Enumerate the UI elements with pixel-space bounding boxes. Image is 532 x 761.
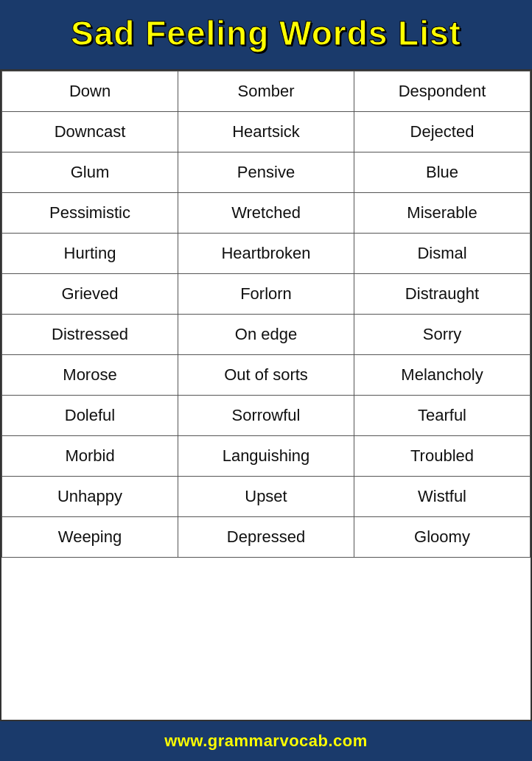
table-row: DistressedOn edgeSorry	[2, 315, 531, 355]
table-cell: Dejected	[354, 112, 531, 152]
table-cell: Unhappy	[2, 477, 178, 517]
table-cell: Morbid	[2, 436, 178, 477]
table-cell: Distraught	[354, 274, 531, 315]
page-title: Sad Feeling Words List	[71, 13, 461, 53]
table-cell: Pensive	[178, 152, 354, 193]
table-cell: Weeping	[2, 517, 178, 558]
table-row: DowncastHeartsickDejected	[2, 112, 531, 152]
footer: www.grammarvocab.com	[0, 721, 532, 761]
table-row: GrievedForlornDistraught	[2, 274, 531, 315]
table-row: UnhappyUpsetWistful	[2, 477, 531, 517]
table-cell: Morose	[2, 355, 178, 396]
table-cell: Depressed	[178, 517, 354, 558]
page-wrapper: Sad Feeling Words List DownSomberDespond…	[0, 0, 532, 761]
table-row: MorbidLanguishingTroubled	[2, 436, 531, 477]
table-cell: Despondent	[354, 71, 531, 112]
table-row: MoroseOut of sortsMelancholy	[2, 355, 531, 396]
footer-url: www.grammarvocab.com	[164, 732, 368, 751]
table-cell: Wretched	[178, 193, 354, 234]
table-cell: Down	[2, 71, 178, 112]
table-cell: Tearful	[354, 396, 531, 436]
table-cell: Dismal	[354, 234, 531, 274]
table-cell: Heartsick	[178, 112, 354, 152]
table-cell: Distressed	[2, 315, 178, 355]
table-row: PessimisticWretchedMiserable	[2, 193, 531, 234]
table-row: WeepingDepressedGloomy	[2, 517, 531, 558]
table-cell: Somber	[178, 71, 354, 112]
table-cell: Sorrowful	[178, 396, 354, 436]
header: Sad Feeling Words List	[0, 0, 532, 69]
table-cell: Grieved	[2, 274, 178, 315]
table-row: GlumPensiveBlue	[2, 152, 531, 193]
table-cell: Blue	[354, 152, 531, 193]
table-cell: On edge	[178, 315, 354, 355]
content-area: DownSomberDespondentDowncastHeartsickDej…	[0, 69, 532, 721]
table-cell: Languishing	[178, 436, 354, 477]
table-cell: Sorry	[354, 315, 531, 355]
table-row: DolefulSorrowfulTearful	[2, 396, 531, 436]
table-cell: Forlorn	[178, 274, 354, 315]
table-cell: Doleful	[2, 396, 178, 436]
words-table: DownSomberDespondentDowncastHeartsickDej…	[1, 71, 531, 558]
table-cell: Gloomy	[354, 517, 531, 558]
table-cell: Hurting	[2, 234, 178, 274]
table-cell: Miserable	[354, 193, 531, 234]
table-cell: Melancholy	[354, 355, 531, 396]
table-cell: Glum	[2, 152, 178, 193]
table-cell: Upset	[178, 477, 354, 517]
table-cell: Troubled	[354, 436, 531, 477]
table-cell: Pessimistic	[2, 193, 178, 234]
table-row: DownSomberDespondent	[2, 71, 531, 112]
table-row: HurtingHeartbrokenDismal	[2, 234, 531, 274]
table-cell: Heartbroken	[178, 234, 354, 274]
table-cell: Downcast	[2, 112, 178, 152]
table-cell: Wistful	[354, 477, 531, 517]
table-cell: Out of sorts	[178, 355, 354, 396]
